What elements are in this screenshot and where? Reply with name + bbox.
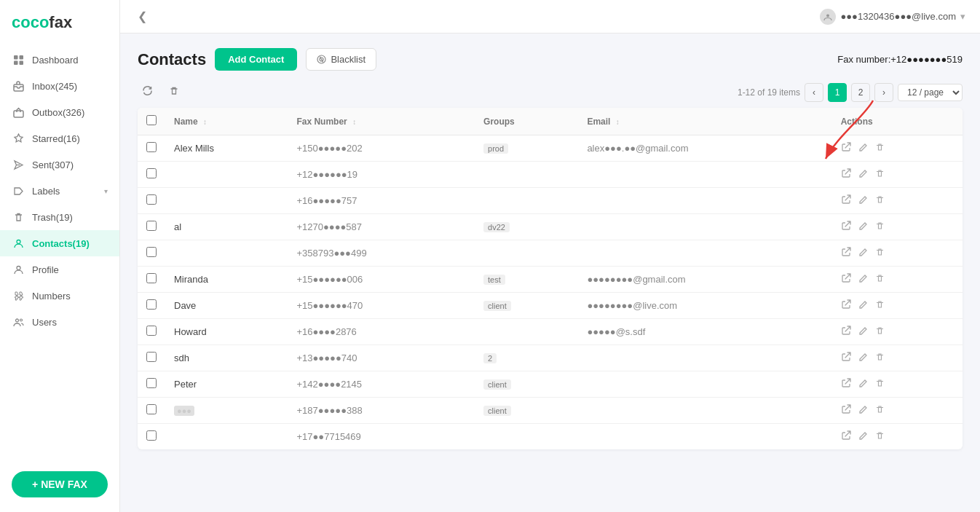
new-fax-button[interactable]: + NEW FAX <box>12 471 108 497</box>
edit-icon[interactable] <box>858 195 868 207</box>
edit-icon[interactable] <box>858 353 868 364</box>
page-header: Contacts Add Contact Blacklist Fax numbe… <box>138 48 963 71</box>
delete-row-icon[interactable] <box>875 248 885 259</box>
cell-actions <box>832 371 963 398</box>
delete-row-icon[interactable] <box>875 300 885 312</box>
edit-icon[interactable] <box>858 431 868 443</box>
sent-icon <box>12 158 25 171</box>
edit-icon[interactable] <box>858 143 868 154</box>
row-checkbox[interactable] <box>146 326 157 336</box>
labels-arrow-icon: ▾ <box>104 187 108 195</box>
sidebar-item-users[interactable]: Users <box>0 309 119 335</box>
pagination-page-2-button[interactable]: 2 <box>851 83 870 102</box>
delete-row-icon[interactable] <box>875 326 885 338</box>
delete-button[interactable] <box>165 83 183 102</box>
fax-number: +12●●●●●●●519 <box>890 54 963 65</box>
cell-actions <box>832 162 963 188</box>
edit-icon[interactable] <box>858 300 868 312</box>
cell-email <box>578 240 831 267</box>
name-sort-icon[interactable]: ↕ <box>203 118 207 126</box>
contacts-table: Name ↕ Fax Number ↕ Groups Email ↕ Actio… <box>138 108 963 449</box>
edit-icon[interactable] <box>858 221 868 233</box>
cell-fax: +12●●●●●●19 <box>288 162 475 188</box>
edit-icon[interactable] <box>858 274 868 285</box>
row-checkbox[interactable] <box>146 194 157 205</box>
delete-row-icon[interactable] <box>875 379 885 390</box>
send-fax-icon[interactable] <box>841 299 851 312</box>
dashboard-icon <box>12 53 25 66</box>
user-email: ●●●1320436●●●@live.com <box>840 11 956 22</box>
delete-icon <box>169 86 179 96</box>
edit-icon[interactable] <box>858 379 868 390</box>
sidebar-item-sent[interactable]: Sent(307) <box>0 151 119 178</box>
delete-row-icon[interactable] <box>875 169 885 181</box>
delete-row-icon[interactable] <box>875 353 885 364</box>
send-fax-icon[interactable] <box>841 273 851 285</box>
sidebar-item-dashboard-label: Dashboard <box>32 55 108 66</box>
collapse-sidebar-button[interactable]: ❮ <box>135 7 150 26</box>
page-size-select[interactable]: 12 / page <box>898 84 963 101</box>
email-sort-icon[interactable]: ↕ <box>616 118 620 126</box>
sidebar-item-contacts[interactable]: Contacts(19) <box>0 230 119 256</box>
sidebar-item-dashboard[interactable]: Dashboard <box>0 47 119 73</box>
pagination-page-1-button[interactable]: 1 <box>828 83 847 102</box>
row-checkbox[interactable] <box>146 299 157 310</box>
user-dropdown-icon[interactable]: ▾ <box>960 11 965 22</box>
delete-row-icon[interactable] <box>875 195 885 207</box>
sidebar-item-inbox[interactable]: Inbox(245) <box>0 73 119 99</box>
cell-actions <box>832 319 963 345</box>
send-fax-icon[interactable] <box>841 247 851 259</box>
row-checkbox[interactable] <box>146 142 157 152</box>
cell-name: Peter <box>165 371 288 398</box>
send-fax-icon[interactable] <box>841 404 851 417</box>
pagination-next-button[interactable]: › <box>874 83 893 102</box>
row-checkbox[interactable] <box>146 247 157 257</box>
send-fax-icon[interactable] <box>841 430 851 443</box>
edit-icon[interactable] <box>858 405 868 417</box>
table-row: Peter+142●●●●2145client <box>138 371 963 398</box>
row-checkbox[interactable] <box>146 273 157 283</box>
send-fax-icon[interactable] <box>841 378 851 390</box>
cell-name: al <box>165 214 288 240</box>
delete-row-icon[interactable] <box>875 143 885 154</box>
delete-row-icon[interactable] <box>875 221 885 233</box>
sidebar-item-starred[interactable]: Starred(16) <box>0 125 119 151</box>
row-checkbox[interactable] <box>146 221 157 231</box>
row-checkbox[interactable] <box>146 352 157 362</box>
pagination-prev-button[interactable]: ‹ <box>805 83 823 102</box>
sidebar-item-users-label: Users <box>32 317 108 328</box>
send-fax-icon[interactable] <box>841 352 851 364</box>
sidebar-item-outbox-label: Outbox(326) <box>32 107 108 118</box>
sidebar-item-profile[interactable]: Profile <box>0 256 119 283</box>
delete-row-icon[interactable] <box>875 274 885 285</box>
add-contact-button[interactable]: Add Contact <box>215 48 297 71</box>
edit-icon[interactable] <box>858 169 868 181</box>
row-checkbox[interactable] <box>146 378 157 388</box>
row-checkbox[interactable] <box>146 168 157 178</box>
edit-icon[interactable] <box>858 248 868 259</box>
send-fax-icon[interactable] <box>841 326 851 338</box>
send-fax-icon[interactable] <box>841 168 851 181</box>
send-fax-icon[interactable] <box>841 221 851 233</box>
delete-row-icon[interactable] <box>875 405 885 417</box>
row-checkbox[interactable] <box>146 430 157 441</box>
select-all-checkbox[interactable] <box>146 115 157 125</box>
sidebar-item-outbox[interactable]: Outbox(326) <box>0 99 119 125</box>
send-fax-icon[interactable] <box>841 142 851 154</box>
cell-group: dv22 <box>475 214 578 240</box>
blacklist-button[interactable]: Blacklist <box>306 48 376 71</box>
refresh-button[interactable] <box>138 82 157 102</box>
row-checkbox[interactable] <box>146 404 157 414</box>
delete-row-icon[interactable] <box>875 431 885 443</box>
cell-group <box>475 424 578 450</box>
sidebar-item-labels[interactable]: Labels ▾ <box>0 178 119 204</box>
sidebar-item-trash[interactable]: Trash(19) <box>0 204 119 230</box>
col-fax: Fax Number ↕ <box>288 108 475 135</box>
svg-rect-1 <box>19 55 23 60</box>
edit-icon[interactable] <box>858 326 868 338</box>
cell-email <box>578 345 831 371</box>
fax-sort-icon[interactable]: ↕ <box>352 118 356 126</box>
send-fax-icon[interactable] <box>841 194 851 207</box>
sidebar-item-numbers[interactable]: Numbers <box>0 283 119 309</box>
cell-email: ●●●●●●●●@live.com <box>578 293 831 319</box>
